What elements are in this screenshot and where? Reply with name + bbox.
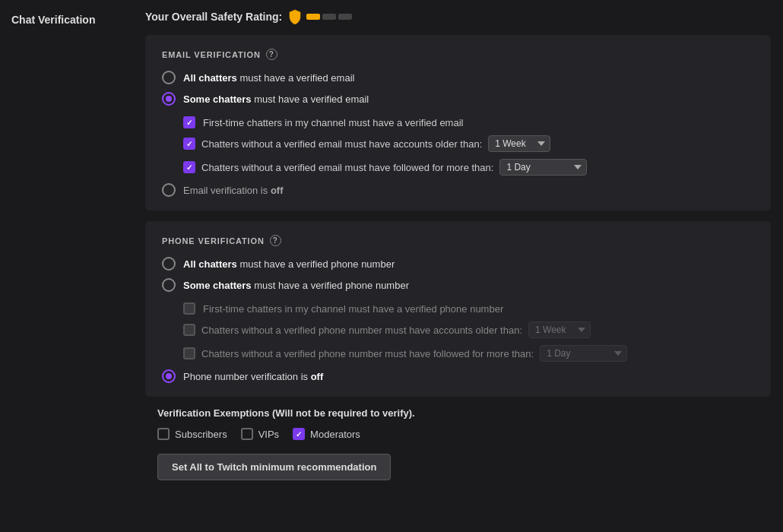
phone-follow-age-select[interactable]: No requirement 1 Day 3 Days 1 Week 2 Wee…: [540, 345, 627, 362]
safety-bar: [306, 14, 352, 20]
safety-segment-3: [338, 14, 352, 20]
phone-first-time-label: First-time chatters in my channel must h…: [203, 303, 503, 315]
email-follow-age-select[interactable]: No requirement 1 Day 3 Days 1 Week 2 Wee…: [499, 159, 587, 176]
phone-sub-options: First-time chatters in my channel must h…: [183, 302, 754, 362]
header-bar: Your Overall Safety Rating:: [145, 9, 771, 24]
phone-all-chatters-option[interactable]: All chatters must have a verified phone …: [162, 257, 754, 271]
phone-radio-group: All chatters must have a verified phone …: [162, 257, 754, 383]
email-some-radio[interactable]: [162, 92, 176, 106]
phone-some-label: Some chatters must have a verified phone…: [183, 280, 409, 291]
exemption-subscribers[interactable]: Subscribers: [157, 428, 227, 440]
safety-segment-2: [322, 14, 336, 20]
phone-some-radio[interactable]: [162, 278, 176, 292]
email-section-title: EMAIL VERIFICATION ?: [162, 49, 754, 60]
phone-first-time-checkbox: [183, 302, 195, 315]
phone-off-radio[interactable]: [162, 369, 176, 383]
email-off-option[interactable]: Email verification is off: [162, 183, 754, 197]
exemptions-section: Verification Exemptions (Will not be req…: [145, 407, 771, 480]
sidebar-title: Chat Verification: [11, 14, 122, 26]
phone-help-icon[interactable]: ?: [270, 235, 281, 246]
email-follow-age-label: Chatters without a verified email must h…: [201, 162, 493, 173]
email-follow-age-option[interactable]: Chatters without a verified email must h…: [183, 159, 754, 176]
phone-off-option[interactable]: Phone number verification is off: [162, 369, 754, 383]
email-all-chatters-option[interactable]: All chatters must have a verified email: [162, 71, 754, 84]
email-account-age-option[interactable]: Chatters without a verified email must h…: [183, 135, 754, 152]
phone-follow-age-option: Chatters without a verified phone number…: [183, 345, 754, 362]
set-all-button[interactable]: Set All to Twitch minimum recommendation: [157, 454, 391, 480]
exemptions-checkboxes: Subscribers VIPs Moderators: [157, 428, 771, 440]
phone-section-title: PHONE VERIFICATION ?: [162, 235, 754, 246]
phone-first-time-option: First-time chatters in my channel must h…: [183, 302, 754, 315]
moderators-label: Moderators: [310, 429, 360, 440]
email-first-time-option[interactable]: First-time chatters in my channel must h…: [183, 116, 754, 128]
exemption-moderators[interactable]: Moderators: [293, 428, 360, 440]
email-some-chatters-option[interactable]: Some chatters must have a verified email: [162, 92, 754, 106]
safety-rating: [288, 9, 352, 24]
email-all-label: All chatters must have a verified email: [183, 72, 354, 84]
email-account-age-checkbox[interactable]: [183, 138, 195, 150]
vips-label: VIPs: [258, 429, 279, 440]
exemptions-title: Verification Exemptions (Will not be req…: [157, 407, 771, 419]
safety-rating-label: Your Overall Safety Rating:: [145, 11, 282, 23]
phone-follow-age-label: Chatters without a verified phone number…: [201, 348, 534, 359]
phone-all-radio[interactable]: [162, 257, 176, 271]
email-all-radio[interactable]: [162, 71, 176, 84]
phone-account-age-label: Chatters without a verified phone number…: [201, 325, 522, 336]
email-off-label: Email verification is off: [183, 185, 283, 196]
email-verification-section: EMAIL VERIFICATION ? All chatters must h…: [145, 35, 771, 211]
email-help-icon[interactable]: ?: [266, 49, 277, 60]
shield-icon: [288, 9, 302, 24]
phone-account-age-option: Chatters without a verified phone number…: [183, 321, 754, 338]
email-some-label: Some chatters must have a verified email: [183, 93, 369, 105]
phone-account-age-select[interactable]: 1 Day 3 Days 1 Week 2 Weeks 1 Month 3 Mo…: [528, 321, 591, 338]
email-account-age-select[interactable]: 1 Day 3 Days 1 Week 2 Weeks 1 Month 3 Mo…: [488, 135, 550, 152]
moderators-checkbox[interactable]: [293, 428, 305, 440]
email-radio-group: All chatters must have a verified email …: [162, 71, 754, 197]
exemption-vips[interactable]: VIPs: [241, 428, 279, 440]
email-account-age-label: Chatters without a verified email must h…: [201, 138, 482, 150]
phone-follow-age-checkbox: [183, 347, 195, 359]
phone-off-label: Phone number verification is off: [183, 371, 323, 382]
subscribers-label: Subscribers: [175, 429, 227, 440]
email-first-time-label: First-time chatters in my channel must h…: [203, 117, 463, 128]
phone-all-label: All chatters must have a verified phone …: [183, 258, 395, 270]
safety-segment-1: [306, 14, 320, 20]
email-follow-age-checkbox[interactable]: [183, 161, 195, 173]
email-first-time-checkbox[interactable]: [183, 116, 195, 128]
email-off-radio[interactable]: [162, 183, 176, 197]
phone-verification-section: PHONE VERIFICATION ? All chatters must h…: [145, 221, 771, 397]
subscribers-checkbox[interactable]: [157, 428, 170, 440]
phone-account-age-checkbox: [183, 324, 195, 336]
phone-some-chatters-option[interactable]: Some chatters must have a verified phone…: [162, 278, 754, 292]
email-sub-options: First-time chatters in my channel must h…: [183, 116, 754, 176]
vips-checkbox[interactable]: [241, 428, 253, 440]
